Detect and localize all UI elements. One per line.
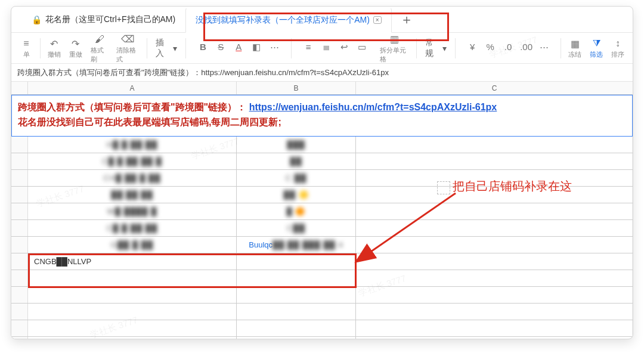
table-row[interactable]: CNGB██NLLVP: [11, 253, 633, 270]
row-header[interactable]: [11, 270, 28, 286]
row-header[interactable]: [11, 253, 28, 270]
cell-b[interactable]: [237, 270, 356, 286]
percent-button[interactable]: %: [484, 42, 496, 55]
undo-button[interactable]: ↶撤销: [44, 37, 64, 59]
chevron-down-icon: ▾: [173, 44, 177, 53]
format-painter-button[interactable]: 🖌格式刷: [87, 33, 112, 64]
cell-c[interactable]: [356, 270, 633, 286]
redo-button[interactable]: ↷重做: [66, 37, 86, 59]
cell-a[interactable]: C█ █ ██ ██ █: [28, 153, 237, 169]
tab-label: 没找到就填写补录表（一个全球店对应一个AM): [196, 15, 370, 26]
table-row[interactable]: [11, 337, 633, 339]
cell-a[interactable]: G██ █ ██: [28, 237, 237, 253]
cell-c[interactable]: [356, 137, 633, 153]
annotation-anchor: [437, 181, 450, 194]
row-header[interactable]: [11, 237, 28, 253]
row-header[interactable]: [11, 153, 28, 169]
cell-a[interactable]: ██ ██ ██: [28, 187, 237, 203]
strike-button[interactable]: S: [215, 42, 227, 55]
cell-b[interactable]: ██ 🟡: [237, 187, 356, 203]
font-color-button[interactable]: A: [233, 42, 244, 55]
cell-a[interactable]: W█ ████ █: [28, 203, 237, 219]
formula-bar[interactable]: 跨境圈入群方式（填写问卷后可查看"跨境圈"链接）：https://wenjuan…: [11, 64, 633, 82]
lock-icon: 🔒: [32, 15, 42, 24]
freeze-button[interactable]: ▦冻结: [565, 37, 585, 59]
add-tab-button[interactable]: ＋: [392, 7, 422, 32]
header-text: 跨境圈入群方式（填写问卷后可查看"跨境圈"链接）：: [18, 102, 246, 112]
number-format-dropdown[interactable]: 常规▾: [420, 38, 451, 59]
table-row[interactable]: C█ █ ██ ██C██: [11, 220, 633, 237]
row-header[interactable]: [11, 203, 28, 219]
table-row[interactable]: [11, 320, 633, 337]
header-text-2: 花名册没找到自己可在此表最尾端填写店铺码,每周二周四更新;: [18, 117, 281, 127]
chevron-down-icon: ▾: [442, 44, 447, 53]
spreadsheet-body: 跨境圈入群方式（填写问卷后可查看"跨境圈"链接）： https://wenjua…: [11, 95, 633, 339]
cell-c[interactable]: [356, 237, 633, 253]
align-v-button[interactable]: ≣: [320, 42, 332, 55]
col-header-c[interactable]: C: [356, 82, 633, 94]
toolbar: ≡单 ↶撤销 ↷重做 🖌格式刷 ⌫清除格式 插入▾ B S A ◧ ⋯ ≡ ≣ …: [11, 33, 633, 64]
row-header[interactable]: [11, 170, 28, 186]
split-cell-button[interactable]: ▥拆分单元格: [376, 33, 413, 64]
align-left-button[interactable]: ≡: [302, 42, 314, 55]
decimal-inc-button[interactable]: .00: [520, 42, 532, 55]
cell-a[interactable]: C█ █ ██ ██: [28, 220, 237, 236]
table-row[interactable]: [11, 270, 633, 287]
table-row[interactable]: C█ █ ██ ██ ███: [11, 153, 633, 170]
table-row[interactable]: W█ ████ ██ 🟠: [11, 203, 633, 220]
row-header[interactable]: [11, 137, 28, 153]
cell-b[interactable]: █ 🟠: [237, 203, 356, 219]
cell-b[interactable]: ██: [237, 153, 356, 169]
cell-b[interactable]: C██: [237, 220, 356, 236]
table-row[interactable]: G██ █ ██Buulqc██ ██ ███ ██ 4: [11, 237, 633, 253]
annotation-text: 把自己店铺码补录在这: [453, 178, 572, 194]
bold-button[interactable]: B: [197, 42, 209, 55]
merged-header-cell[interactable]: 跨境圈入群方式（填写问卷后可查看"跨境圈"链接）： https://wenjua…: [11, 95, 633, 137]
close-icon[interactable]: ×: [373, 16, 382, 24]
decimal-dec-button[interactable]: .0: [502, 42, 514, 55]
cell-b[interactable]: C ██: [237, 170, 356, 186]
tab-supplement[interactable]: 没找到就填写补录表（一个全球店对应一个AM) ×: [185, 7, 392, 33]
cell-b[interactable]: ███: [237, 137, 356, 153]
cell-c[interactable]: [356, 153, 633, 169]
merge-button[interactable]: ▭: [356, 42, 368, 55]
table-row[interactable]: [11, 287, 633, 304]
filter-button[interactable]: ⧩筛选: [586, 37, 606, 59]
table-row[interactable]: H█ █ ██ █████: [11, 137, 633, 153]
tab-roster[interactable]: 🔒 花名册（这里可Ctrl+F找自己的AM): [22, 7, 185, 32]
wrap-button[interactable]: ↩: [338, 42, 350, 55]
clear-format-button[interactable]: ⌫清除格式: [113, 33, 143, 64]
table-row[interactable]: [11, 304, 633, 320]
tab-bar: 🔒 花名册（这里可Ctrl+F找自己的AM) 没找到就填写补录表（一个全球店对应…: [11, 7, 633, 33]
row-header[interactable]: [11, 220, 28, 236]
sort-button[interactable]: ↕排序: [608, 37, 628, 59]
cell-c[interactable]: [356, 203, 633, 219]
row-header[interactable]: [11, 187, 28, 203]
more-num-button[interactable]: ⋯: [538, 42, 550, 55]
cell-a[interactable]: H█ █ ██ ██: [28, 137, 237, 153]
menu-button[interactable]: ≡单: [16, 37, 36, 59]
cell-a[interactable]: CH█ ██ █ ██: [28, 170, 237, 186]
cell-a[interactable]: CNGB██NLLVP: [28, 253, 237, 270]
formula-text: 跨境圈入群方式（填写问卷后可查看"跨境圈"链接）：https://wenjuan…: [17, 67, 389, 78]
cell-a[interactable]: [28, 270, 237, 286]
insert-dropdown[interactable]: 插入▾: [151, 38, 182, 59]
more-text-button[interactable]: ⋯: [268, 42, 280, 55]
cell-b[interactable]: Buulqc██ ██ ███ ██ 4: [237, 237, 356, 253]
col-header-b[interactable]: B: [237, 82, 356, 94]
cell-c[interactable]: [356, 253, 633, 270]
cell-c[interactable]: [356, 220, 633, 236]
cell-b[interactable]: [237, 253, 356, 270]
currency-button[interactable]: ¥: [466, 42, 478, 55]
header-link[interactable]: https://wenjuan.feishu.cn/m/cfm?t=sS4cpA…: [249, 102, 497, 112]
fill-color-button[interactable]: ◧: [250, 42, 262, 55]
col-header-a[interactable]: A: [28, 82, 237, 94]
tab-label: 花名册（这里可Ctrl+F找自己的AM): [45, 14, 175, 25]
column-headers: A B C: [11, 82, 633, 95]
